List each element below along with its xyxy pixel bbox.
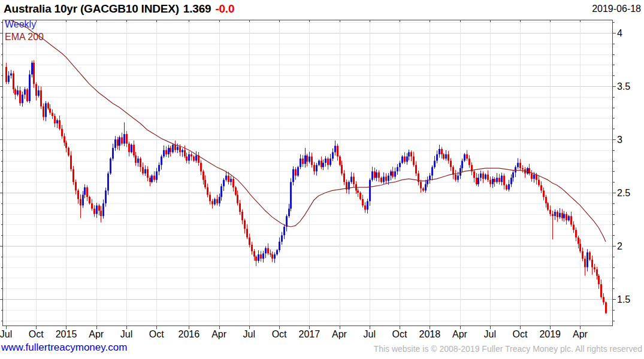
candle-down [98, 204, 100, 216]
candle-up [297, 166, 299, 177]
candle-body [473, 171, 475, 178]
candle-body [163, 150, 165, 157]
candle-up [554, 209, 556, 220]
candle-up [480, 171, 482, 181]
candle-down [140, 157, 141, 172]
candle-body [59, 120, 61, 129]
x-axis-label: Apr [573, 329, 588, 339]
candle-up [214, 198, 216, 206]
candle-body [186, 157, 188, 161]
candle-down [494, 177, 495, 187]
candle-down [13, 71, 14, 93]
candle-up [371, 167, 373, 182]
candle-body [350, 177, 352, 182]
candle-body [216, 199, 218, 203]
candle-down [410, 151, 412, 162]
candle-body [480, 174, 482, 178]
candle-up [408, 150, 410, 160]
x-axis-label: 2018 [419, 329, 441, 339]
y-axis-label: 3.5 [617, 81, 630, 92]
candle-body [327, 159, 329, 165]
candle-body [177, 147, 179, 150]
candle-body [144, 169, 146, 174]
candle-body [142, 167, 144, 174]
candle-body [561, 213, 563, 218]
candle-up [17, 86, 19, 96]
candle-down [605, 302, 607, 314]
candle-down [579, 239, 581, 253]
candle-body [286, 216, 288, 227]
y-axis-label: 2 [617, 241, 622, 251]
candle-body [61, 129, 63, 136]
candle-down [476, 173, 477, 185]
x-axis-label: Apr [332, 329, 347, 339]
candle-up [309, 152, 310, 164]
candle-body [316, 165, 318, 172]
candle-down [204, 175, 206, 189]
candle-body [445, 154, 447, 159]
candle-down [404, 152, 406, 164]
candle-body [422, 188, 424, 191]
candle-body [311, 157, 313, 165]
candle-body [211, 201, 213, 204]
candle-body [584, 258, 586, 267]
candle-up [517, 158, 519, 169]
candle-down [557, 210, 558, 222]
candle-up [151, 174, 153, 183]
candle-up [220, 184, 222, 201]
candle-down [452, 165, 454, 179]
candle-down [77, 189, 79, 204]
candle-up [501, 173, 503, 185]
candle-down [313, 162, 315, 175]
candle-down [471, 162, 473, 175]
candle-down [339, 155, 341, 166]
candle-down [33, 60, 35, 88]
candle-up [461, 159, 463, 172]
candle-down [594, 264, 595, 272]
candle-up [177, 144, 179, 153]
candle-body [38, 90, 40, 96]
x-axis-label: Oct [392, 329, 407, 339]
footer-link[interactable]: www.fullertreacymoney.com [1, 342, 127, 354]
candle-up [348, 180, 350, 194]
candle-body [517, 163, 519, 167]
candle-body [200, 163, 202, 171]
price-chart[interactable]: JulOct2015AprJulOct2016AprJulOct2017AprJ… [0, 0, 644, 359]
candle-body [209, 195, 211, 202]
candle-body [137, 159, 139, 163]
x-axis-label: Jul [484, 329, 496, 339]
candle-down [543, 188, 545, 200]
candle-body [547, 203, 549, 210]
candle-up [156, 168, 158, 183]
candle-body [582, 251, 583, 259]
candle-body [295, 169, 297, 176]
candle-down [575, 227, 577, 241]
candle-body [246, 229, 248, 238]
candle-down [578, 236, 579, 248]
candle-body [408, 152, 410, 156]
x-axis-labels: JulOct2015AprJulOct2016AprJulOct2017AprJ… [0, 329, 588, 339]
candle-body [17, 90, 19, 95]
candle-down [89, 196, 90, 205]
candle-down [487, 171, 489, 182]
candle-down [473, 170, 475, 182]
candle-body [594, 267, 595, 270]
candle-body [321, 161, 322, 168]
candle-body [570, 216, 572, 224]
candle-down [311, 153, 313, 168]
candle-up [563, 211, 565, 222]
candles [5, 60, 607, 314]
candle-down [498, 174, 500, 185]
candle-body [455, 175, 456, 180]
candle-body [498, 178, 500, 182]
candle-body [151, 176, 153, 182]
candle-body [579, 244, 581, 251]
candle-down [211, 199, 213, 209]
legend-interval: Weekly [5, 19, 36, 30]
candle-down [489, 177, 491, 187]
candle-body [52, 113, 53, 116]
candle-body [232, 179, 234, 187]
candle-up [427, 177, 428, 187]
candle-down [64, 133, 65, 146]
candle-body [35, 84, 37, 96]
